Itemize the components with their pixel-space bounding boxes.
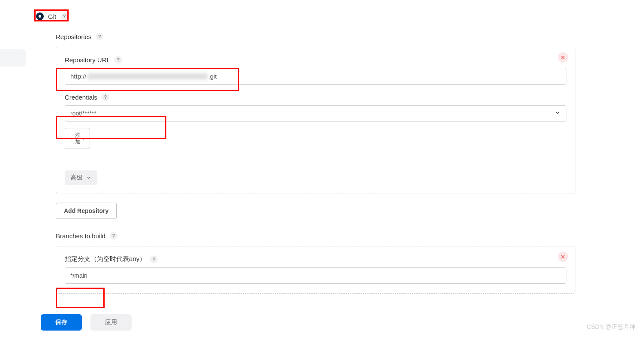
branches-section: Branches to build ? ✕ 指定分支（为空时代表any） ? bbox=[56, 232, 575, 294]
repository-entry: ✕ Repository URL ? http:// .git Credenti… bbox=[56, 47, 575, 194]
help-icon[interactable]: ? bbox=[96, 33, 103, 40]
plus-icon: + bbox=[70, 136, 73, 141]
repositories-label: Repositories bbox=[56, 33, 91, 40]
chevron-down-icon bbox=[86, 175, 91, 180]
scm-git-label: Git bbox=[48, 13, 56, 20]
watermark: CSDN @正怒月神 bbox=[587, 323, 635, 331]
credentials-label: Credentials bbox=[65, 94, 97, 101]
save-button[interactable]: 保存 bbox=[41, 314, 82, 331]
credentials-field: Credentials ? root/****** + 添加 ▾ bbox=[65, 93, 566, 149]
branch-specifier-input[interactable] bbox=[65, 267, 566, 284]
help-icon[interactable]: ? bbox=[114, 56, 122, 64]
help-icon[interactable]: ? bbox=[102, 93, 109, 101]
scm-git-option[interactable]: Git ? bbox=[34, 11, 70, 22]
help-icon[interactable]: ? bbox=[60, 12, 68, 20]
credentials-select[interactable]: root/****** bbox=[65, 105, 566, 121]
add-repository-button[interactable]: Add Repository bbox=[56, 203, 117, 219]
advanced-button[interactable]: 高级 bbox=[65, 170, 97, 185]
branches-label: Branches to build bbox=[56, 232, 105, 240]
url-redacted bbox=[87, 73, 208, 79]
help-icon[interactable]: ? bbox=[150, 255, 158, 263]
remove-branch-button[interactable]: ✕ bbox=[558, 252, 568, 262]
main-content: Git ? Repositories ? ✕ Repository URL ? … bbox=[34, 0, 644, 294]
add-button-label: 添加 bbox=[75, 132, 81, 145]
add-credentials-button[interactable]: + 添加 ▾ bbox=[65, 128, 90, 149]
apply-button[interactable]: 应用 bbox=[90, 314, 132, 331]
repositories-section: Repositories ? ✕ Repository URL ? http:/… bbox=[56, 33, 575, 219]
branches-header: Branches to build ? bbox=[56, 232, 575, 240]
sidebar-tab[interactable] bbox=[0, 49, 26, 67]
remove-repository-button[interactable]: ✕ bbox=[558, 52, 568, 63]
help-icon[interactable]: ? bbox=[110, 232, 117, 240]
branch-specifier-label: 指定分支（为空时代表any） bbox=[65, 255, 146, 263]
repository-url-input[interactable]: http:// .git bbox=[65, 68, 566, 85]
repositories-header: Repositories ? bbox=[56, 33, 575, 40]
url-suffix: .git bbox=[208, 73, 217, 80]
repository-url-field: Repository URL ? http:// .git bbox=[65, 56, 566, 85]
branch-entry: ✕ 指定分支（为空时代表any） ? bbox=[56, 246, 575, 294]
footer-bar: 保存 应用 bbox=[0, 308, 644, 337]
url-prefix: http:// bbox=[70, 73, 87, 80]
advanced-label: 高级 bbox=[71, 174, 83, 182]
caret-down-icon: ▾ bbox=[82, 136, 84, 141]
radio-selected-icon bbox=[36, 12, 44, 20]
repository-url-label: Repository URL bbox=[65, 56, 110, 64]
